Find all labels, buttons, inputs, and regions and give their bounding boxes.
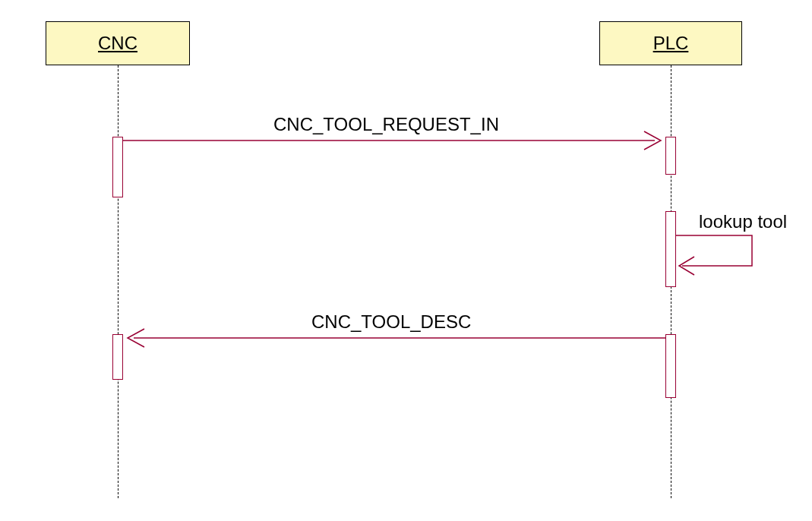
participant-label-cnc: CNC xyxy=(98,33,137,53)
sequence-diagram: CNC PLC CNC_TOOL_REQUEST_IN lookup tool … xyxy=(0,0,812,521)
arrowhead-lookup xyxy=(679,257,694,275)
arrows-layer xyxy=(0,0,812,521)
activation-cnc-1 xyxy=(112,137,123,197)
arrowhead-desc xyxy=(128,329,144,347)
arrowhead-request xyxy=(644,131,661,150)
participant-box-plc: PLC xyxy=(599,21,742,65)
participant-box-cnc: CNC xyxy=(46,21,190,65)
message-arrow-lookup xyxy=(676,235,752,266)
message-label-request: CNC_TOOL_REQUEST_IN xyxy=(273,114,499,135)
participant-label-plc: PLC xyxy=(653,33,689,53)
activation-plc-1 xyxy=(665,137,676,175)
activation-cnc-2 xyxy=(112,334,123,380)
lifeline-cnc xyxy=(118,65,118,498)
activation-plc-2 xyxy=(665,211,676,287)
message-label-desc: CNC_TOOL_DESC xyxy=(311,311,471,333)
message-label-lookup: lookup tool xyxy=(699,211,787,232)
activation-plc-3 xyxy=(665,334,676,398)
